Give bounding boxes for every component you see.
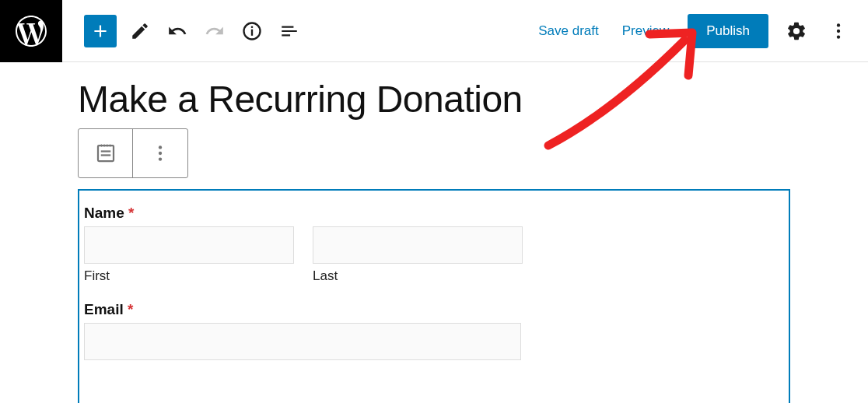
svg-point-9 [159,145,162,149]
edit-mode-button[interactable] [126,17,154,45]
email-label-text: Email [84,301,124,317]
add-block-button[interactable] [84,15,117,47]
publish-button[interactable]: Publish [688,14,768,48]
list-view-button[interactable] [275,17,303,45]
block-type-button[interactable] [79,129,133,177]
name-row: First Last [84,226,779,284]
svg-rect-6 [98,145,114,161]
form-block[interactable]: Name * First Last Email * [78,189,790,403]
redo-button [201,17,229,45]
email-required-indicator: * [128,301,133,317]
svg-point-4 [837,29,840,32]
last-name-sublabel: Last [313,268,523,284]
email-field-label: Email * [84,301,779,318]
svg-rect-1 [251,29,253,35]
name-field-label: Name * [84,205,779,222]
svg-point-5 [837,35,840,38]
first-name-sublabel: First [84,268,294,284]
preview-button[interactable]: Preview [618,17,674,45]
wordpress-logo[interactable] [0,0,62,62]
more-options-button[interactable] [824,17,852,45]
editor-content: Make a Recurring Donation Name * First [0,62,868,403]
save-draft-button[interactable]: Save draft [534,17,604,45]
name-label-text: Name [84,205,124,221]
name-required-indicator: * [128,205,134,221]
wordpress-icon [12,12,50,50]
document-info-button[interactable] [238,17,266,45]
more-vertical-icon [150,143,170,163]
undo-icon [167,21,187,41]
toolbar-left [84,15,303,47]
svg-rect-2 [251,26,253,27]
last-name-input[interactable] [313,226,523,264]
list-view-icon [279,21,299,41]
plus-icon [90,21,110,41]
more-vertical-icon [828,21,849,41]
email-input[interactable] [84,323,521,360]
form-icon [94,142,117,165]
block-more-button[interactable] [133,129,187,177]
svg-point-10 [159,152,162,155]
pencil-icon [130,21,150,41]
editor-topbar: Save draft Preview Publish [0,0,868,62]
email-group: Email * [84,301,779,360]
first-name-input[interactable] [84,226,294,264]
svg-point-3 [837,23,840,26]
redo-icon [205,21,225,41]
info-icon [241,20,263,42]
undo-button[interactable] [163,17,191,45]
gear-icon [786,20,807,42]
svg-point-11 [159,157,162,160]
block-toolbar [78,128,188,178]
settings-button[interactable] [782,17,810,45]
page-title[interactable]: Make a Recurring Donation [78,78,790,121]
toolbar-right: Save draft Preview Publish [534,14,868,48]
